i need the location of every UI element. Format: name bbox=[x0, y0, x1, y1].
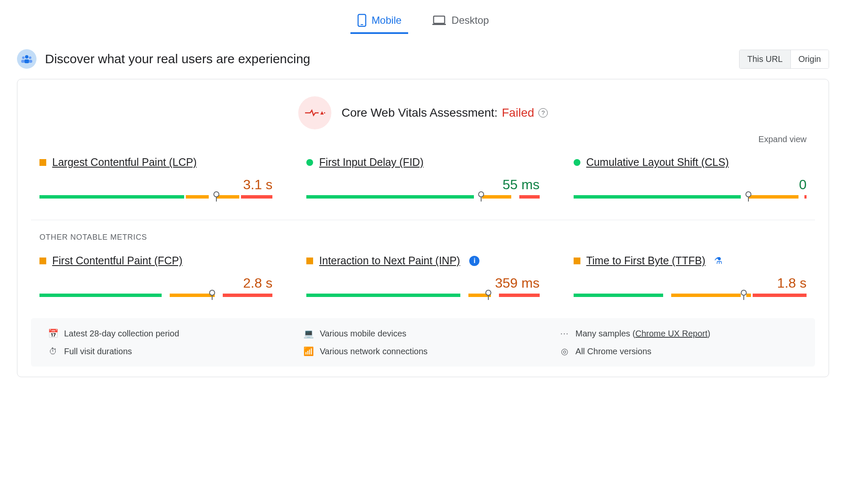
expand-view-button[interactable]: Expand view bbox=[31, 134, 807, 144]
assessment-status: Failed bbox=[502, 106, 534, 120]
footer-devices: 💻Various mobile devices bbox=[304, 328, 543, 339]
svg-point-5 bbox=[22, 56, 25, 59]
scope-this-url[interactable]: This URL bbox=[740, 50, 790, 68]
marker-icon bbox=[745, 191, 751, 202]
vitals-card: Core Web Vitals Assessment: Failed ? Exp… bbox=[17, 79, 829, 377]
metric-fid-link[interactable]: First Input Delay (FID) bbox=[319, 156, 423, 168]
footer-period: 📅Latest 28-day collection period bbox=[48, 328, 287, 339]
svg-rect-3 bbox=[432, 24, 446, 25]
metric-fid: First Input Delay (FID) 55 ms bbox=[306, 156, 539, 199]
metric-cls-value: 0 bbox=[574, 177, 807, 193]
metric-fcp-value: 2.8 s bbox=[39, 275, 272, 291]
header-row: Discover what your real users are experi… bbox=[17, 49, 829, 69]
metric-cls-bar bbox=[574, 195, 807, 199]
status-dot-icon bbox=[574, 159, 580, 166]
svg-point-6 bbox=[29, 56, 31, 59]
svg-rect-2 bbox=[434, 16, 445, 23]
metric-ttfb: Time to First Byte (TTFB) ⚗ 1.8 s bbox=[574, 255, 807, 297]
metric-cls: Cumulative Layout Shift (CLS) 0 bbox=[574, 156, 807, 199]
vitals-fail-icon bbox=[298, 96, 331, 129]
other-metrics: First Contentful Paint (FCP) 2.8 s Inter… bbox=[31, 255, 815, 297]
status-dot-icon bbox=[306, 159, 313, 166]
metric-lcp: Largest Contentful Paint (LCP) 3.1 s bbox=[39, 156, 272, 199]
svg-rect-1 bbox=[361, 24, 363, 25]
svg-point-10 bbox=[324, 112, 325, 114]
metric-inp-bar bbox=[306, 294, 539, 297]
marker-icon bbox=[485, 290, 491, 300]
metric-fcp-link[interactable]: First Contentful Paint (FCP) bbox=[52, 255, 182, 267]
mobile-icon bbox=[357, 14, 367, 27]
help-icon[interactable]: ? bbox=[538, 108, 548, 118]
metric-ttfb-link[interactable]: Time to First Byte (TTFB) bbox=[586, 255, 706, 267]
desktop-icon bbox=[432, 15, 446, 26]
status-dot-icon bbox=[39, 159, 46, 166]
metric-fid-bar bbox=[306, 195, 539, 199]
other-metrics-label: OTHER NOTABLE METRICS bbox=[39, 233, 807, 242]
metric-lcp-bar bbox=[39, 195, 272, 199]
status-dot-icon bbox=[39, 258, 46, 264]
metric-lcp-value: 3.1 s bbox=[39, 177, 272, 193]
metric-inp-value: 359 ms bbox=[306, 275, 539, 291]
tab-mobile[interactable]: Mobile bbox=[350, 8, 409, 34]
svg-rect-8 bbox=[21, 60, 25, 63]
users-icon bbox=[17, 49, 36, 69]
assessment: Core Web Vitals Assessment: Failed ? bbox=[31, 96, 815, 129]
device-tabs: Mobile Desktop bbox=[17, 0, 829, 34]
info-icon[interactable]: i bbox=[469, 256, 479, 266]
svg-rect-7 bbox=[24, 59, 29, 63]
metric-inp-link[interactable]: Interaction to Next Paint (INP) bbox=[319, 255, 460, 267]
status-dot-icon bbox=[306, 258, 313, 264]
marker-icon bbox=[209, 290, 215, 300]
footer-chrome: ◎All Chrome versions bbox=[559, 346, 798, 356]
chrome-icon: ◎ bbox=[559, 346, 569, 356]
metric-ttfb-value: 1.8 s bbox=[574, 275, 807, 291]
metric-ttfb-bar bbox=[574, 294, 807, 297]
marker-icon bbox=[478, 191, 484, 202]
flask-icon[interactable]: ⚗ bbox=[714, 255, 723, 266]
metric-fcp-bar bbox=[39, 294, 272, 297]
timer-icon: ⏱ bbox=[48, 347, 58, 356]
footer-network: 📶Various network connections bbox=[304, 346, 543, 356]
divider bbox=[31, 220, 815, 220]
calendar-icon: 📅 bbox=[48, 328, 58, 339]
core-metrics: Largest Contentful Paint (LCP) 3.1 s Fir… bbox=[31, 156, 815, 199]
status-dot-icon bbox=[574, 258, 580, 264]
devices-icon: 💻 bbox=[304, 328, 314, 339]
network-icon: 📶 bbox=[304, 346, 314, 356]
tab-desktop-label: Desktop bbox=[451, 14, 489, 26]
marker-icon bbox=[213, 191, 219, 202]
metric-fid-value: 55 ms bbox=[306, 177, 539, 193]
samples-icon: ⋯ bbox=[559, 328, 569, 339]
scope-toggle: This URL Origin bbox=[739, 50, 829, 69]
metric-cls-link[interactable]: Cumulative Layout Shift (CLS) bbox=[586, 156, 729, 168]
assessment-label: Core Web Vitals Assessment: bbox=[342, 106, 498, 120]
svg-rect-9 bbox=[29, 60, 32, 63]
footer-samples: ⋯Many samples (Chrome UX Report) bbox=[559, 328, 798, 339]
scope-origin[interactable]: Origin bbox=[790, 50, 829, 68]
metric-fcp: First Contentful Paint (FCP) 2.8 s bbox=[39, 255, 272, 297]
svg-point-4 bbox=[25, 55, 28, 59]
crux-report-link[interactable]: Chrome UX Report bbox=[635, 329, 707, 338]
tab-mobile-label: Mobile bbox=[372, 14, 402, 26]
metric-lcp-link[interactable]: Largest Contentful Paint (LCP) bbox=[52, 156, 196, 168]
marker-icon bbox=[741, 290, 747, 300]
metric-inp: Interaction to Next Paint (INP) i 359 ms bbox=[306, 255, 539, 297]
footer-box: 📅Latest 28-day collection period 💻Variou… bbox=[31, 318, 815, 367]
tab-desktop[interactable]: Desktop bbox=[425, 8, 496, 34]
page-title: Discover what your real users are experi… bbox=[45, 52, 310, 66]
footer-duration: ⏱Full visit durations bbox=[48, 346, 287, 356]
